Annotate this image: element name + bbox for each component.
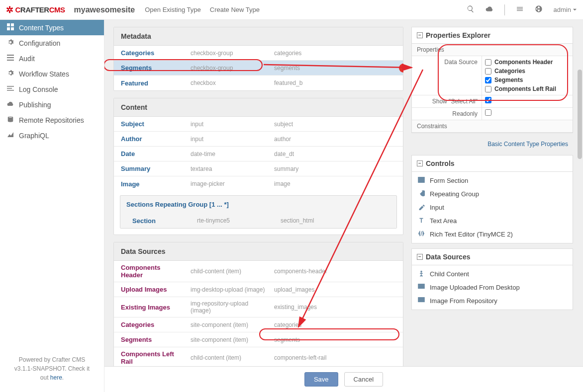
field-section[interactable]: Section: [120, 214, 195, 228]
control-input[interactable]: Input: [412, 201, 573, 214]
checkbox[interactable]: [485, 86, 491, 92]
field-name[interactable]: Categories: [114, 318, 189, 331]
scrollbar[interactable]: [578, 70, 582, 159]
open-existing-type-link[interactable]: Open Existing Type: [145, 6, 201, 13]
checkbox[interactable]: [485, 77, 491, 83]
save-button[interactable]: Save: [304, 372, 338, 387]
field-name[interactable]: Image: [114, 177, 189, 191]
sidebar-item-remote-repositories[interactable]: Remote Repositories: [0, 112, 104, 128]
globe-icon[interactable]: [535, 5, 543, 14]
field-name[interactable]: Summary: [114, 162, 189, 175]
datasources-section: Data Sources Components Headerchild-cont…: [113, 242, 403, 369]
footer-here-link[interactable]: here: [50, 374, 62, 381]
field-name[interactable]: Existing Images: [114, 301, 189, 314]
datasource-icon: [418, 283, 425, 292]
control-rich-text-editor-tinymce-[interactable]: Rich Text Editor (TinyMCE 2): [412, 228, 573, 241]
sidebar-item-log-console[interactable]: Log Console: [0, 81, 104, 97]
sidebar-item-graphiql[interactable]: GraphiQL: [0, 128, 104, 143]
sidebar-item-audit[interactable]: Audit: [0, 51, 104, 66]
chart-icon: [7, 131, 14, 140]
field-row-author[interactable]: Authorinputauthor: [114, 132, 403, 147]
sidebar-item-content-types[interactable]: Content Types: [0, 20, 104, 35]
readonly-checkbox[interactable]: [485, 109, 491, 116]
field-var: upload_images: [272, 283, 403, 296]
collapse-icon[interactable]: −: [417, 254, 423, 260]
repeating-group[interactable]: Sections Repeating Group [1 ... *] Secti…: [120, 195, 397, 229]
checkbox[interactable]: [485, 59, 491, 66]
prop-label-select-all: Show "Select All": [412, 95, 482, 107]
field-type: checkbox-group: [189, 62, 272, 75]
data-source-option-segments[interactable]: Segments: [485, 76, 570, 84]
field-type: input: [189, 133, 272, 146]
field-name[interactable]: Segments: [114, 61, 189, 75]
cancel-button[interactable]: Cancel: [344, 372, 383, 387]
field-row-segments[interactable]: Segmentscheckbox-groupsegments✕: [114, 61, 403, 76]
control-text-area[interactable]: Text Area: [412, 214, 573, 228]
svg-rect-9: [7, 90, 14, 91]
field-name[interactable]: Featured: [114, 77, 189, 90]
section-title-datasources[interactable]: Data Sources: [114, 242, 403, 261]
form-editor: Metadata Categoriescheckbox-groupcategor…: [113, 27, 403, 392]
menu-icon[interactable]: [516, 5, 524, 14]
datasource-label: Child Content: [430, 270, 469, 278]
logo: ✲ CRAFTERCMS: [6, 4, 65, 15]
right-column: −Properties Explorer Properties Data Sou…: [411, 27, 578, 392]
data-source-option-categories[interactable]: Categories: [485, 67, 570, 76]
field-name[interactable]: Date: [114, 147, 189, 160]
data-source-option-components-header[interactable]: Components Header: [485, 58, 570, 67]
section-title-metadata[interactable]: Metadata: [114, 27, 403, 46]
sidebar-item-workflow-states[interactable]: Workflow States: [0, 66, 104, 81]
sidebar-item-publishing[interactable]: Publishing: [0, 97, 104, 112]
checkbox[interactable]: [485, 68, 491, 75]
field-row-segments[interactable]: Segmentssite-component (item)segments: [114, 332, 403, 347]
field-row-components-header[interactable]: Components Headerchild-content (item)com…: [114, 261, 403, 282]
search-icon[interactable]: [467, 5, 475, 14]
field-var: components-left-rail: [272, 351, 403, 364]
data-source-option-components-left-rail[interactable]: Components Left Rail: [485, 84, 570, 93]
gear-icon: [7, 70, 14, 78]
datasource-image-from-repository[interactable]: Image From Repository: [412, 294, 573, 308]
control-label: Repeating Group: [430, 190, 479, 198]
field-row-categories[interactable]: Categoriescheckbox-groupcategories: [114, 46, 403, 61]
field-type: input: [189, 118, 272, 131]
basic-properties-link[interactable]: Basic Content Type Properties: [411, 138, 573, 150]
field-name[interactable]: Segments: [114, 333, 189, 346]
admin-menu[interactable]: admin: [554, 6, 577, 13]
create-new-type-link[interactable]: Create New Type: [210, 6, 260, 13]
field-row-existing-images[interactable]: Existing Imagesimg-repository-upload (im…: [114, 297, 403, 317]
field-type: site-component (item): [189, 318, 272, 331]
field-name[interactable]: Components Header: [114, 261, 189, 282]
field-name[interactable]: Author: [114, 132, 189, 146]
control-icon: [418, 203, 425, 212]
datasource-child-content[interactable]: Child Content: [412, 267, 573, 281]
field-name[interactable]: Subject: [114, 117, 189, 131]
field-name[interactable]: Upload Images: [114, 283, 189, 296]
field-row-upload-images[interactable]: Upload Imagesimg-desktop-upload (image)u…: [114, 282, 403, 297]
select-all-checkbox[interactable]: [485, 97, 491, 103]
field-row-summary[interactable]: Summarytextareasummary: [114, 161, 403, 176]
sidebar-item-label: Configuration: [19, 39, 60, 47]
field-row-subject[interactable]: Subjectinputsubject: [114, 117, 403, 132]
collapse-icon[interactable]: −: [417, 160, 423, 166]
datasources-panel: −Data Sources Child ContentImage Uploade…: [411, 248, 573, 310]
field-row-image[interactable]: Imageimage-pickerimage: [114, 176, 403, 191]
field-row-featured[interactable]: Featuredcheckboxfeatured_b: [114, 76, 403, 90]
field-row-components-left-rail[interactable]: Components Left Railchild-content (item)…: [114, 347, 403, 368]
control-repeating-group[interactable]: Repeating Group: [412, 187, 573, 201]
field-var: segments: [272, 333, 403, 346]
cloud-icon[interactable]: [486, 5, 493, 14]
repeating-group-title[interactable]: Sections Repeating Group [1 ... *]: [120, 196, 396, 213]
section-title-content[interactable]: Content: [114, 98, 403, 117]
field-row-date[interactable]: Datedate-timedate_dt: [114, 147, 403, 161]
field-var: date_dt: [272, 148, 403, 160]
field-type: textarea: [189, 162, 272, 175]
footer-text: Powered by Crafter CMS v3.1.1-SNAPSHOT. …: [0, 348, 104, 392]
datasource-image-uploaded-from-desktop[interactable]: Image Uploaded From Desktop: [412, 281, 573, 294]
field-name[interactable]: Categories: [114, 46, 189, 60]
control-label: Rich Text Editor (TinyMCE 2): [430, 231, 513, 238]
sidebar-item-configuration[interactable]: Configuration: [0, 35, 104, 51]
field-name[interactable]: Components Left Rail: [114, 347, 189, 368]
control-form-section[interactable]: Form Section: [412, 174, 573, 187]
collapse-icon[interactable]: −: [417, 32, 423, 38]
field-row-categories[interactable]: Categoriessite-component (item)categorie…: [114, 317, 403, 332]
